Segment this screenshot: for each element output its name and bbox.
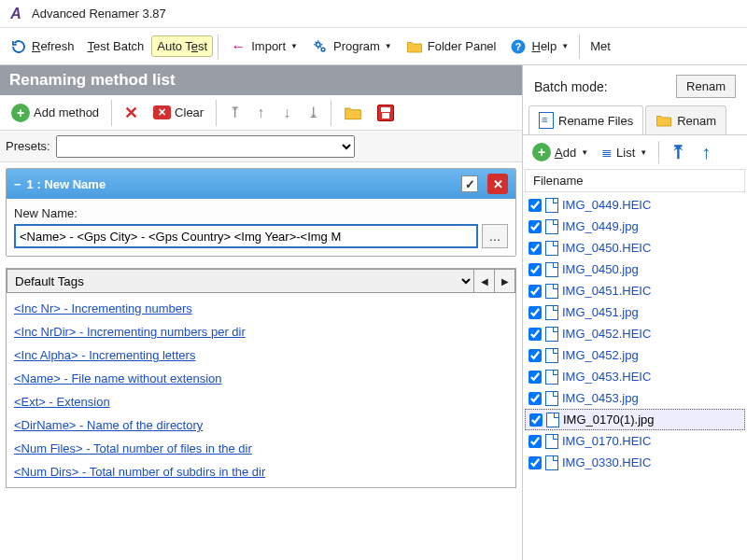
file-checkbox[interactable]	[529, 306, 542, 319]
file-row[interactable]: IMG_0452.HEIC	[525, 323, 745, 344]
presets-select[interactable]	[56, 135, 355, 158]
file-name[interactable]: IMG_0451.jpg	[562, 305, 639, 319]
chevron-down-icon: ▼	[561, 42, 569, 50]
file-row[interactable]: IMG_0450.HEIC	[525, 237, 745, 259]
move-up-button[interactable]: ↑	[249, 102, 272, 124]
left-panel: Renaming method list + Add method ✕ ✕ Cl…	[0, 65, 523, 560]
file-icon	[545, 455, 558, 470]
new-name-input[interactable]	[14, 224, 478, 248]
file-row[interactable]: IMG_0170(1).jpg	[525, 409, 745, 430]
move-bottom-button[interactable]: ⤓	[302, 102, 324, 124]
app-logo-icon: A	[6, 4, 26, 24]
auto-test-button[interactable]: Auto Test	[151, 35, 213, 57]
file-name[interactable]: IMG_0452.HEIC	[562, 327, 651, 341]
tab-rename-folders[interactable]: Renam	[645, 105, 726, 134]
file-row[interactable]: IMG_0453.jpg	[525, 387, 745, 409]
file-checkbox[interactable]	[529, 392, 542, 405]
file-checkbox[interactable]	[529, 371, 542, 384]
tag-link[interactable]: <Inc Alpha> - Incrementing letters	[14, 343, 508, 367]
file-name[interactable]: IMG_0453.HEIC	[562, 370, 651, 384]
file-row[interactable]: IMG_0451.HEIC	[525, 280, 745, 301]
new-name-label: New Name:	[14, 206, 508, 220]
file-checkbox[interactable]	[529, 285, 542, 298]
add-method-button[interactable]: + Add method	[6, 100, 105, 126]
help-icon: ?	[509, 37, 528, 56]
tag-link[interactable]: <DirName> - Name of the directory	[14, 413, 508, 437]
chevron-down-icon: ▼	[290, 42, 298, 50]
file-row[interactable]: IMG_0449.HEIC	[525, 194, 745, 216]
filename-column-header[interactable]: Filename	[525, 169, 745, 192]
method-toolbar: + Add method ✕ ✕ Clear ⤒ ↑ ↓ ⤓	[0, 95, 522, 131]
file-checkbox[interactable]	[529, 456, 542, 469]
tab-rename-files[interactable]: Rename Files	[529, 105, 643, 134]
file-name[interactable]: IMG_0449.jpg	[562, 219, 639, 233]
svg-text:?: ?	[515, 40, 521, 51]
file-name[interactable]: IMG_0330.HEIC	[562, 455, 651, 469]
batch-mode-select[interactable]: Renam	[676, 75, 736, 98]
file-name[interactable]: IMG_0453.jpg	[562, 391, 639, 405]
method-close-button[interactable]: ✕	[487, 174, 508, 194]
add-files-button[interactable]: + Add ▼	[529, 141, 592, 163]
file-name[interactable]: IMG_0449.HEIC	[562, 198, 651, 212]
tag-link[interactable]: <Num Files> - Total number of files in t…	[14, 437, 508, 460]
save-button[interactable]	[372, 101, 400, 125]
move-file-top-button[interactable]: ⤒	[667, 141, 689, 163]
tag-link[interactable]: <Name> - File name without extension	[14, 367, 508, 390]
tab-label: Renam	[677, 114, 716, 128]
file-checkbox[interactable]	[529, 328, 542, 341]
file-name[interactable]: IMG_0452.jpg	[562, 348, 639, 362]
tag-link[interactable]: <Ext> - Extension	[14, 390, 508, 413]
list-button[interactable]: ≣ List ▼	[598, 143, 651, 161]
program-button[interactable]: Program ▼	[305, 34, 398, 60]
file-row[interactable]: IMG_0449.jpg	[525, 216, 745, 237]
tag-link[interactable]: <Num Dirs> - Total number of subdirs in …	[14, 460, 508, 483]
met-label: Met	[590, 39, 611, 53]
tag-link[interactable]: <Inc Nr> - Incrementing numbers	[14, 297, 508, 320]
file-name[interactable]: IMG_0451.HEIC	[562, 284, 651, 298]
method-enabled-checkbox[interactable]: ✓	[461, 175, 478, 192]
clear-button[interactable]: ✕ Clear	[148, 102, 209, 123]
batch-mode-label: Batch mode:	[534, 79, 608, 94]
folder-panel-button[interactable]: Folder Panel	[400, 34, 502, 60]
arrow-top-icon: ⤒	[670, 141, 686, 163]
file-name[interactable]: IMG_0170(1).jpg	[563, 413, 655, 427]
move-top-button[interactable]: ⤒	[223, 102, 246, 124]
import-button[interactable]: ← Import ▼	[223, 34, 303, 60]
met-button[interactable]: Met	[585, 35, 616, 57]
file-checkbox[interactable]	[529, 413, 543, 427]
file-name[interactable]: IMG_0450.jpg	[562, 262, 639, 276]
refresh-button[interactable]: Refresh	[4, 34, 80, 60]
file-name[interactable]: IMG_0450.HEIC	[562, 241, 651, 255]
file-checkbox[interactable]	[529, 220, 542, 233]
tag-link[interactable]: <Inc NrDir> - Incrementing numbers per d…	[14, 320, 508, 343]
tags-list: <Inc Nr> - Incrementing numbers<Inc NrDi…	[7, 293, 515, 487]
file-row[interactable]: IMG_0450.jpg	[525, 259, 745, 280]
file-checkbox[interactable]	[529, 435, 542, 448]
file-name[interactable]: IMG_0170.HEIC	[562, 434, 651, 448]
file-row[interactable]: IMG_0452.jpg	[525, 344, 745, 366]
svg-point-0	[316, 42, 320, 47]
file-checkbox[interactable]	[529, 199, 542, 212]
file-row[interactable]: IMG_0330.HEIC	[525, 452, 745, 473]
file-icon	[545, 219, 558, 234]
tags-next-button[interactable]: ▶	[495, 269, 515, 293]
tags-prev-button[interactable]: ◀	[474, 269, 495, 293]
test-batch-button[interactable]: Test Batch	[82, 35, 150, 57]
file-row[interactable]: IMG_0453.HEIC	[525, 366, 745, 387]
tags-category-select[interactable]: Default Tags	[7, 269, 474, 293]
plus-icon: +	[11, 104, 30, 122]
new-name-more-button[interactable]: …	[482, 224, 508, 248]
open-folder-button[interactable]	[338, 101, 368, 125]
move-file-up-button[interactable]: ↑	[695, 141, 717, 163]
separator	[216, 100, 217, 126]
file-checkbox[interactable]	[529, 242, 542, 255]
file-checkbox[interactable]	[529, 349, 542, 362]
file-checkbox[interactable]	[529, 263, 542, 276]
help-button[interactable]: ? Help ▼	[503, 34, 574, 60]
file-icon	[546, 413, 559, 427]
file-row[interactable]: IMG_0451.jpg	[525, 301, 745, 323]
delete-method-button[interactable]: ✕	[119, 99, 144, 127]
move-down-button[interactable]: ↓	[275, 102, 298, 124]
file-row[interactable]: IMG_0170.HEIC	[525, 430, 745, 452]
method-title-bar[interactable]: − 1 : New Name ✓ ✕	[7, 169, 515, 199]
